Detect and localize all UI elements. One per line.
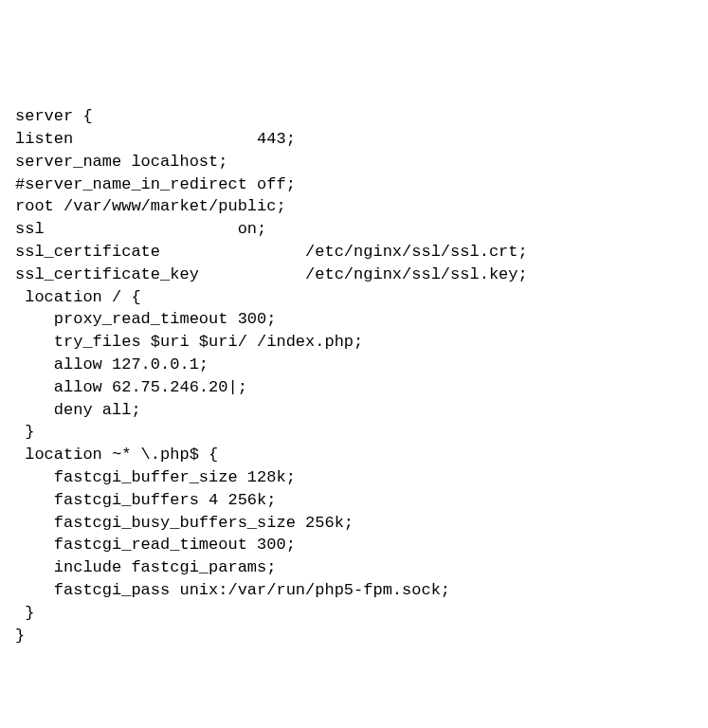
code-line: listen 443; [15,128,693,151]
code-line: root /var/www/market/public; [15,195,693,218]
code-line: deny all; [15,399,693,422]
code-line: ssl_certificate_key /etc/nginx/ssl/ssl.k… [15,264,693,286]
code-line: } [15,625,693,647]
code-line: } [15,602,693,625]
code-line: fastcgi_pass unix:/var/run/php5-fpm.sock… [15,579,693,602]
code-line: fastcgi_busy_buffers_size 256k; [15,512,693,535]
nginx-config-code-block: server {listen 443;server_name localhost… [15,105,693,646]
code-line: proxy_read_timeout 300; [15,308,693,331]
code-line: fastcgi_buffers 4 256k; [15,489,693,512]
code-line: fastcgi_read_timeout 300; [15,534,693,556]
code-line: location / { [15,286,693,309]
code-line: server { [15,105,693,128]
code-line: allow 127.0.0.1; [15,354,693,376]
code-line: #server_name_in_redirect off; [15,173,693,196]
code-line: allow 62.75.246.20|; [15,376,693,399]
code-line: include fastcgi_params; [15,556,693,579]
code-line: fastcgi_buffer_size 128k; [15,466,693,489]
code-line: } [15,421,693,444]
code-line: location ~* \.php$ { [15,444,693,466]
code-line: server_name localhost; [15,151,693,173]
code-line: try_files $uri $uri/ /index.php; [15,331,693,354]
code-line: ssl on; [15,218,693,241]
code-line: ssl_certificate /etc/nginx/ssl/ssl.crt; [15,241,693,264]
